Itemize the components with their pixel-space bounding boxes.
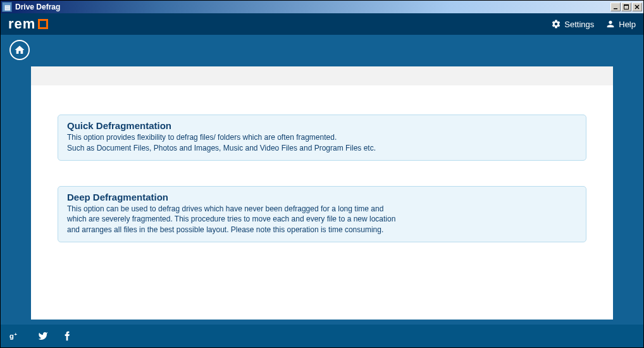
main-area: Quick Defragmentation This option provid… — [1, 35, 643, 325]
app-icon: ▤ — [2, 2, 12, 12]
settings-button[interactable]: Settings — [551, 19, 594, 29]
deep-defrag-option[interactable]: Deep Defragmentation This option can be … — [58, 186, 586, 242]
app-header: rem Settings Help — [1, 13, 643, 35]
content-topstrip — [31, 66, 613, 85]
settings-label: Settings — [564, 20, 594, 29]
minimize-button[interactable] — [610, 3, 621, 11]
quick-defrag-option[interactable]: Quick Defragmentation This option provid… — [58, 115, 586, 161]
window-controls — [610, 3, 642, 11]
deep-defrag-desc: This option can be used to defrag drives… — [67, 204, 577, 235]
footer: g + — [1, 325, 643, 347]
svg-rect-0 — [614, 8, 617, 9]
quick-defrag-desc: This option provides flexibility to defr… — [67, 132, 577, 154]
svg-rect-2 — [624, 5, 629, 6]
quick-defrag-title: Quick Defragmentation — [67, 120, 577, 131]
googleplus-icon: g + — [9, 331, 22, 341]
close-button[interactable] — [632, 3, 642, 11]
twitter-icon — [37, 331, 49, 341]
window-title: Drive Defrag — [15, 3, 610, 11]
help-button[interactable]: Help — [605, 19, 636, 29]
googleplus-button[interactable]: g + — [9, 331, 22, 341]
options-area: Quick Defragmentation This option provid… — [31, 85, 613, 249]
facebook-icon — [64, 331, 70, 341]
maximize-button[interactable] — [621, 3, 631, 11]
svg-text:+: + — [15, 332, 18, 337]
content-panel: Quick Defragmentation This option provid… — [31, 66, 613, 320]
logo-square-icon — [38, 19, 48, 29]
deep-defrag-title: Deep Defragmentation — [67, 192, 577, 202]
app-logo: rem — [8, 16, 48, 32]
user-icon — [605, 19, 616, 29]
facebook-button[interactable] — [64, 331, 70, 341]
svg-text:g: g — [9, 332, 14, 340]
window-titlebar: ▤ Drive Defrag — [1, 1, 643, 13]
gear-icon — [551, 19, 561, 29]
home-icon — [14, 44, 25, 56]
twitter-button[interactable] — [37, 331, 49, 341]
home-button[interactable] — [9, 40, 30, 60]
logo-text: rem — [8, 16, 35, 32]
help-label: Help — [619, 20, 636, 29]
